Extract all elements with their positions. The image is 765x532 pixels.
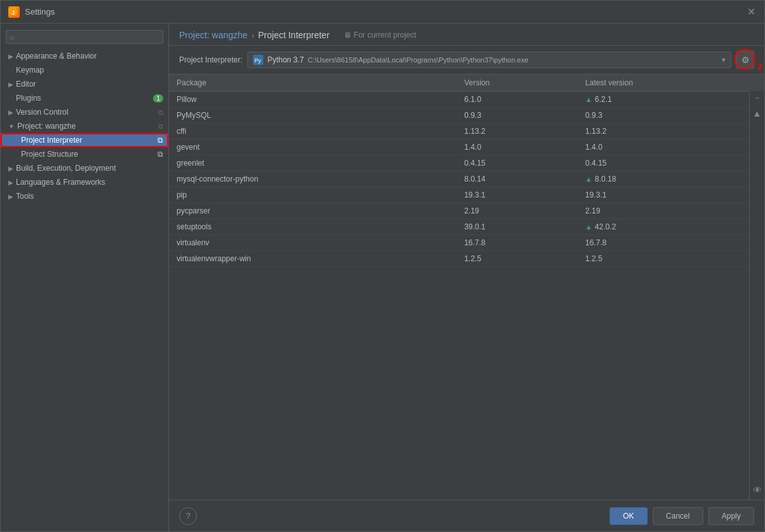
sidebar-item-plugins[interactable]: ▶ Plugins 1 bbox=[1, 91, 168, 105]
package-version: 0.4.15 bbox=[456, 155, 578, 171]
ok-button[interactable]: OK bbox=[609, 507, 647, 525]
interpreter-select-inner: Py Python 3.7 C:\Users\86158\AppData\Loc… bbox=[253, 55, 528, 65]
packages-area: Package Version Latest version Pillow6.1… bbox=[169, 75, 764, 500]
sidebar-item-appearance[interactable]: ▶ Appearance & Behavior bbox=[1, 49, 168, 63]
close-button[interactable]: ✕ bbox=[745, 6, 757, 18]
scroll-up-button[interactable]: ▲ bbox=[750, 106, 764, 120]
package-version: 8.0.14 bbox=[456, 171, 578, 187]
table-row: greenlet0.4.150.4.15 bbox=[169, 155, 764, 171]
sidebar-item-label: Editor bbox=[16, 80, 36, 89]
package-name: Pillow bbox=[169, 92, 456, 108]
arrow-icon: ▶ bbox=[8, 81, 13, 88]
package-latest-version: 0.4.15 bbox=[578, 155, 764, 171]
for-current-label: For current project bbox=[354, 31, 416, 40]
sidebar-item-label: Version Control bbox=[16, 108, 68, 117]
interpreter-version: Python 3.7 bbox=[267, 55, 303, 64]
sidebar-item-languages[interactable]: ▶ Languages & Frameworks bbox=[1, 175, 168, 189]
arrow-icon: ▼ bbox=[8, 123, 15, 130]
table-row: mysql-connector-python8.0.14▲8.0.18 bbox=[169, 171, 764, 187]
help-button[interactable]: ? bbox=[179, 507, 197, 525]
main-panel: Project: wangzhe › Project Interpreter 🖥… bbox=[169, 24, 764, 531]
package-latest-version: 19.3.1 bbox=[578, 187, 764, 203]
col-header-latest: Latest version bbox=[578, 75, 764, 92]
sidebar: ⌕ ▶ Appearance & Behavior ▶ Keymap ▶ Edi… bbox=[1, 24, 169, 531]
sidebar-item-label: Tools bbox=[16, 192, 34, 201]
table-row: setuptools39.0.1▲42.0.2 bbox=[169, 219, 764, 235]
table-row: cffi1.13.21.13.2 bbox=[169, 124, 764, 140]
sidebar-item-label: Keymap bbox=[16, 66, 44, 75]
apply-button[interactable]: Apply bbox=[708, 507, 754, 525]
search-icon: ⌕ bbox=[10, 33, 15, 41]
package-latest-version: ▲8.0.18 bbox=[578, 171, 764, 187]
package-name: setuptools bbox=[169, 219, 456, 235]
sidebar-item-project-structure[interactable]: Project Structure ⧉ bbox=[1, 147, 168, 161]
package-latest-version: 2.19 bbox=[578, 203, 764, 219]
sidebar-item-project-interpreter[interactable]: Project Interpreter ⧉ bbox=[1, 133, 168, 147]
show-details-button[interactable]: 👁 bbox=[750, 483, 764, 497]
upgrade-arrow-icon: ▲ bbox=[585, 96, 592, 103]
gear-button[interactable]: ⚙ 2 bbox=[736, 51, 754, 69]
sidebar-item-version-control[interactable]: ▶ Version Control ⧉ bbox=[1, 105, 168, 119]
package-name: mysql-connector-python bbox=[169, 171, 456, 187]
package-name: virtualenv bbox=[169, 235, 456, 251]
sidebar-item-project[interactable]: ▼ Project: wangzhe ⧉ bbox=[1, 119, 168, 133]
arrow-icon: ▶ bbox=[8, 109, 13, 116]
package-version: 16.7.8 bbox=[456, 235, 578, 251]
table-actions: ＋ － ▲ 👁 bbox=[749, 75, 764, 500]
search-box[interactable]: ⌕ bbox=[6, 30, 163, 44]
package-latest-version: 1.13.2 bbox=[578, 124, 764, 140]
package-name: pip bbox=[169, 187, 456, 203]
remove-package-button[interactable]: － bbox=[750, 91, 764, 105]
arrow-icon: ▶ bbox=[8, 193, 13, 200]
package-version: 1.13.2 bbox=[456, 124, 578, 140]
sidebar-item-label: Appearance & Behavior bbox=[16, 52, 97, 61]
package-version: 1.2.5 bbox=[456, 251, 578, 267]
breadcrumb-page: Project Interpreter bbox=[258, 30, 330, 40]
search-input[interactable] bbox=[17, 32, 159, 41]
sidebar-item-editor[interactable]: ▶ Editor bbox=[1, 77, 168, 91]
copy-icon: ⧉ bbox=[157, 150, 163, 159]
copy-icon: ⧉ bbox=[157, 136, 163, 145]
table-row: pip19.3.119.3.1 bbox=[169, 187, 764, 203]
sidebar-item-keymap[interactable]: ▶ Keymap bbox=[1, 63, 168, 77]
interpreter-path: C:\Users\86158\AppData\Local\Programs\Py… bbox=[308, 56, 528, 64]
sidebar-item-label: Project Interpreter bbox=[21, 136, 82, 145]
content-area: ⌕ ▶ Appearance & Behavior ▶ Keymap ▶ Edi… bbox=[1, 24, 764, 531]
chevron-down-icon: ▾ bbox=[722, 55, 725, 64]
package-version: 1.4.0 bbox=[456, 140, 578, 155]
package-latest-version: ▲6.2.1 bbox=[578, 92, 764, 108]
sidebar-item-tools[interactable]: ▶ Tools bbox=[1, 189, 168, 203]
package-version: 6.1.0 bbox=[456, 92, 578, 108]
table-row: pycparser2.192.19 bbox=[169, 203, 764, 219]
app-icon: J bbox=[8, 6, 20, 18]
package-name: greenlet bbox=[169, 155, 456, 171]
package-name: pycparser bbox=[169, 203, 456, 219]
package-version: 19.3.1 bbox=[456, 187, 578, 203]
monitor-icon: 🖥 bbox=[344, 31, 351, 40]
sidebar-item-label: Project: wangzhe bbox=[17, 122, 76, 131]
packages-table-wrap: Package Version Latest version Pillow6.1… bbox=[169, 75, 764, 500]
table-row: virtualenv16.7.816.7.8 bbox=[169, 235, 764, 251]
cancel-button[interactable]: Cancel bbox=[653, 507, 703, 525]
for-current-project: 🖥 For current project bbox=[344, 31, 416, 40]
svg-text:Py: Py bbox=[254, 57, 261, 64]
package-version: 0.9.3 bbox=[456, 108, 578, 124]
packages-table: Package Version Latest version Pillow6.1… bbox=[169, 75, 764, 267]
svg-text:J: J bbox=[11, 10, 15, 16]
sidebar-item-label: Project Structure bbox=[21, 150, 78, 159]
footer: ? OK Cancel Apply bbox=[169, 500, 764, 531]
sidebar-item-build[interactable]: ▶ Build, Execution, Deployment bbox=[1, 161, 168, 175]
table-row: virtualenvwrapper-win1.2.51.2.5 bbox=[169, 251, 764, 267]
interpreter-row: Project Interpreter: Py Python 3.7 C:\Us… bbox=[169, 46, 764, 75]
package-latest-version: ▲42.0.2 bbox=[578, 219, 764, 235]
copy-icon: ⧉ bbox=[158, 122, 163, 131]
interpreter-label: Project Interpreter: bbox=[179, 55, 242, 64]
arrow-icon: ▶ bbox=[8, 179, 13, 186]
python-icon: Py bbox=[253, 55, 263, 65]
package-name: gevent bbox=[169, 140, 456, 155]
breadcrumb-project: Project: wangzhe bbox=[179, 30, 247, 40]
interpreter-select[interactable]: Py Python 3.7 C:\Users\86158\AppData\Loc… bbox=[247, 52, 731, 68]
upgrade-arrow-icon: ▲ bbox=[585, 223, 592, 231]
settings-window: J Settings ✕ ⌕ ▶ Appearance & Behavior ▶… bbox=[0, 0, 765, 532]
window-title: Settings bbox=[25, 7, 55, 17]
